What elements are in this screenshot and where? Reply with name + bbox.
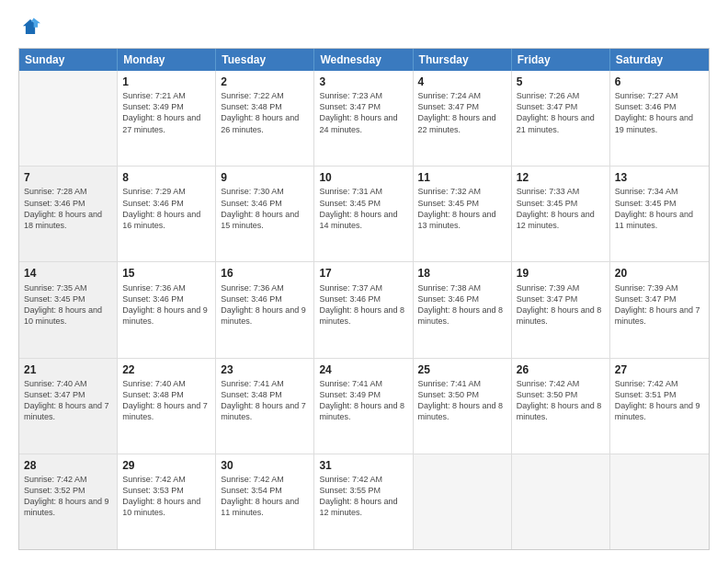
calendar-cell: 26Sunrise: 7:42 AM Sunset: 3:50 PM Dayli… <box>512 359 610 454</box>
calendar-cell: 27Sunrise: 7:42 AM Sunset: 3:51 PM Dayli… <box>610 359 709 454</box>
date-number: 16 <box>221 266 309 281</box>
cell-info: Sunrise: 7:34 AM Sunset: 3:45 PM Dayligh… <box>615 186 704 231</box>
calendar-cell: 23Sunrise: 7:41 AM Sunset: 3:48 PM Dayli… <box>216 359 314 454</box>
calendar-cell: 1Sunrise: 7:21 AM Sunset: 3:49 PM Daylig… <box>118 71 216 166</box>
calendar-cell <box>610 454 709 549</box>
date-number: 9 <box>221 170 309 185</box>
calendar-cell <box>414 454 512 549</box>
calendar-cell: 13Sunrise: 7:34 AM Sunset: 3:45 PM Dayli… <box>610 167 709 261</box>
date-number: 27 <box>615 362 704 377</box>
calendar-cell: 20Sunrise: 7:39 AM Sunset: 3:47 PM Dayli… <box>610 262 709 357</box>
cell-info: Sunrise: 7:42 AM Sunset: 3:53 PM Dayligh… <box>122 474 210 519</box>
calendar-cell: 17Sunrise: 7:37 AM Sunset: 3:46 PM Dayli… <box>314 262 413 357</box>
day-header-wednesday: Wednesday <box>314 49 413 71</box>
date-number: 12 <box>517 170 605 185</box>
date-number: 5 <box>517 75 605 89</box>
date-number: 1 <box>122 75 210 89</box>
cell-info: Sunrise: 7:42 AM Sunset: 3:51 PM Dayligh… <box>615 378 704 423</box>
calendar-cell: 4Sunrise: 7:24 AM Sunset: 3:47 PM Daylig… <box>414 71 512 166</box>
day-header-saturday: Saturday <box>610 49 709 71</box>
day-header-monday: Monday <box>118 49 216 71</box>
page: SundayMondayTuesdayWednesdayThursdayFrid… <box>0 0 728 563</box>
calendar-cell: 25Sunrise: 7:41 AM Sunset: 3:50 PM Dayli… <box>414 359 512 454</box>
cell-info: Sunrise: 7:23 AM Sunset: 3:47 PM Dayligh… <box>319 90 407 135</box>
cell-info: Sunrise: 7:31 AM Sunset: 3:45 PM Dayligh… <box>319 186 407 231</box>
logo-icon <box>20 17 40 37</box>
cell-info: Sunrise: 7:32 AM Sunset: 3:45 PM Dayligh… <box>418 186 506 231</box>
cell-info: Sunrise: 7:42 AM Sunset: 3:54 PM Dayligh… <box>221 474 309 519</box>
day-header-sunday: Sunday <box>19 49 118 71</box>
cell-info: Sunrise: 7:26 AM Sunset: 3:47 PM Dayligh… <box>517 90 605 135</box>
date-number: 23 <box>221 362 309 377</box>
calendar-cell: 24Sunrise: 7:41 AM Sunset: 3:49 PM Dayli… <box>314 359 413 454</box>
cell-info: Sunrise: 7:36 AM Sunset: 3:46 PM Dayligh… <box>122 282 210 327</box>
calendar-cell: 19Sunrise: 7:39 AM Sunset: 3:47 PM Dayli… <box>512 262 610 357</box>
calendar-cell: 30Sunrise: 7:42 AM Sunset: 3:54 PM Dayli… <box>216 454 314 549</box>
cell-info: Sunrise: 7:42 AM Sunset: 3:50 PM Dayligh… <box>517 378 605 423</box>
cell-info: Sunrise: 7:40 AM Sunset: 3:47 PM Dayligh… <box>24 378 112 423</box>
calendar-cell: 29Sunrise: 7:42 AM Sunset: 3:53 PM Dayli… <box>118 454 216 549</box>
day-header-friday: Friday <box>512 49 610 71</box>
calendar-cell: 7Sunrise: 7:28 AM Sunset: 3:46 PM Daylig… <box>19 167 118 261</box>
calendar-cell: 9Sunrise: 7:30 AM Sunset: 3:46 PM Daylig… <box>216 167 314 261</box>
cell-info: Sunrise: 7:33 AM Sunset: 3:45 PM Dayligh… <box>517 186 605 231</box>
date-number: 6 <box>615 75 704 89</box>
cell-info: Sunrise: 7:41 AM Sunset: 3:49 PM Dayligh… <box>319 378 407 423</box>
cell-info: Sunrise: 7:42 AM Sunset: 3:55 PM Dayligh… <box>319 474 407 519</box>
date-number: 19 <box>517 266 605 281</box>
date-number: 28 <box>24 458 112 473</box>
calendar-cell: 18Sunrise: 7:38 AM Sunset: 3:46 PM Dayli… <box>414 262 512 357</box>
cell-info: Sunrise: 7:37 AM Sunset: 3:46 PM Dayligh… <box>319 282 407 327</box>
date-number: 21 <box>24 362 112 377</box>
date-number: 30 <box>221 458 309 473</box>
cell-info: Sunrise: 7:27 AM Sunset: 3:46 PM Dayligh… <box>615 90 704 135</box>
calendar-cell <box>19 71 118 166</box>
cell-info: Sunrise: 7:41 AM Sunset: 3:48 PM Dayligh… <box>221 378 309 423</box>
calendar-cell: 10Sunrise: 7:31 AM Sunset: 3:45 PM Dayli… <box>314 167 413 261</box>
date-number: 18 <box>418 266 506 281</box>
calendar-cell: 21Sunrise: 7:40 AM Sunset: 3:47 PM Dayli… <box>19 359 118 454</box>
calendar-cell: 5Sunrise: 7:26 AM Sunset: 3:47 PM Daylig… <box>512 71 610 166</box>
calendar-row-4: 28Sunrise: 7:42 AM Sunset: 3:52 PM Dayli… <box>19 454 709 549</box>
cell-info: Sunrise: 7:40 AM Sunset: 3:48 PM Dayligh… <box>122 378 210 423</box>
date-number: 22 <box>122 362 210 377</box>
date-number: 10 <box>319 170 407 185</box>
date-number: 3 <box>319 75 407 89</box>
calendar-cell: 6Sunrise: 7:27 AM Sunset: 3:46 PM Daylig… <box>610 71 709 166</box>
date-number: 20 <box>615 266 704 281</box>
calendar-cell: 2Sunrise: 7:22 AM Sunset: 3:48 PM Daylig… <box>216 71 314 166</box>
calendar-cell: 14Sunrise: 7:35 AM Sunset: 3:45 PM Dayli… <box>19 262 118 357</box>
cell-info: Sunrise: 7:39 AM Sunset: 3:47 PM Dayligh… <box>615 282 704 327</box>
calendar-cell: 28Sunrise: 7:42 AM Sunset: 3:52 PM Dayli… <box>19 454 118 549</box>
cell-info: Sunrise: 7:21 AM Sunset: 3:49 PM Dayligh… <box>122 90 210 135</box>
logo <box>18 17 40 40</box>
calendar-cell: 8Sunrise: 7:29 AM Sunset: 3:46 PM Daylig… <box>118 167 216 261</box>
calendar-row-2: 14Sunrise: 7:35 AM Sunset: 3:45 PM Dayli… <box>19 261 709 357</box>
day-header-thursday: Thursday <box>414 49 512 71</box>
date-number: 25 <box>418 362 506 377</box>
cell-info: Sunrise: 7:41 AM Sunset: 3:50 PM Dayligh… <box>418 378 506 423</box>
date-number: 13 <box>615 170 704 185</box>
cell-info: Sunrise: 7:42 AM Sunset: 3:52 PM Dayligh… <box>24 474 112 519</box>
cell-info: Sunrise: 7:39 AM Sunset: 3:47 PM Dayligh… <box>517 282 605 327</box>
date-number: 17 <box>319 266 407 281</box>
calendar-cell: 15Sunrise: 7:36 AM Sunset: 3:46 PM Dayli… <box>118 262 216 357</box>
cell-info: Sunrise: 7:22 AM Sunset: 3:48 PM Dayligh… <box>221 90 309 135</box>
calendar-cell: 31Sunrise: 7:42 AM Sunset: 3:55 PM Dayli… <box>314 454 413 549</box>
date-number: 31 <box>319 458 407 473</box>
day-header-tuesday: Tuesday <box>216 49 314 71</box>
date-number: 11 <box>418 170 506 185</box>
date-number: 2 <box>221 75 309 89</box>
header <box>18 17 710 40</box>
cell-info: Sunrise: 7:29 AM Sunset: 3:46 PM Dayligh… <box>122 186 210 231</box>
calendar-header: SundayMondayTuesdayWednesdayThursdayFrid… <box>19 49 709 71</box>
date-number: 14 <box>24 266 112 281</box>
date-number: 7 <box>24 170 112 185</box>
date-number: 24 <box>319 362 407 377</box>
calendar: SundayMondayTuesdayWednesdayThursdayFrid… <box>18 48 710 550</box>
date-number: 29 <box>122 458 210 473</box>
date-number: 26 <box>517 362 605 377</box>
date-number: 15 <box>122 266 210 281</box>
calendar-cell <box>512 454 610 549</box>
calendar-row-3: 21Sunrise: 7:40 AM Sunset: 3:47 PM Dayli… <box>19 358 709 454</box>
